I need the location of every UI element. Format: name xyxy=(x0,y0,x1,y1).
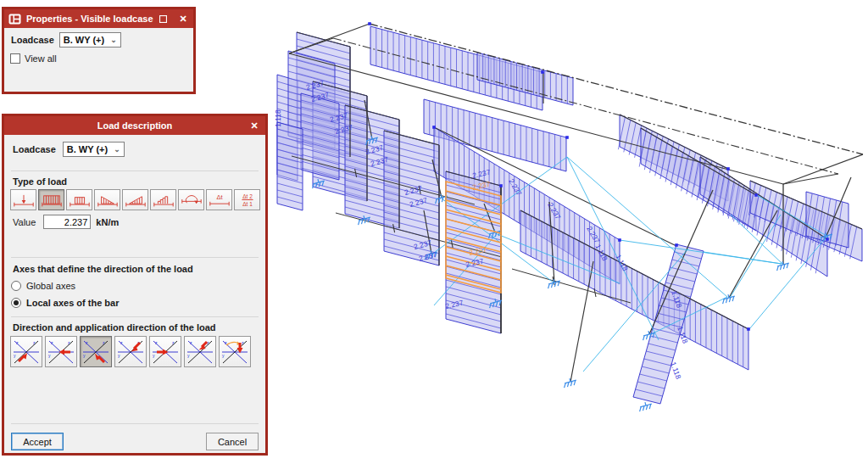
unit-label: kN/m xyxy=(96,217,119,227)
chevron-down-icon: ⌄ xyxy=(110,36,117,44)
delta-t2-t1-icon[interactable]: Δt 2 Δt 1 xyxy=(234,189,260,210)
delta-t-text: Δt xyxy=(216,194,223,202)
axes-section-label: Axes that define the direction of the lo… xyxy=(13,264,193,274)
load-window-titlebar[interactable]: Load description ✕ xyxy=(4,116,265,135)
loadcase-label: Loadcase xyxy=(13,144,56,154)
svg-text:z: z xyxy=(103,340,105,345)
close-icon[interactable]: ✕ xyxy=(243,116,265,135)
type-of-load-label: Type of load xyxy=(13,176,67,187)
loadcase-dropdown[interactable]: B. WY (+) ⌄ xyxy=(59,32,121,48)
svg-text:y: y xyxy=(187,353,190,358)
maximize-button[interactable] xyxy=(153,9,174,28)
point-load-icon[interactable] xyxy=(10,189,36,210)
triangular-load-right-icon[interactable] xyxy=(122,189,148,210)
value-input[interactable]: 2.237 xyxy=(43,215,91,229)
value-label: Value xyxy=(13,217,36,227)
separator xyxy=(11,257,259,258)
global-axes-radio[interactable] xyxy=(11,281,21,291)
svg-text:y: y xyxy=(48,353,51,358)
moment-load-icon[interactable] xyxy=(178,189,204,210)
loadcase-label: Loadcase xyxy=(11,35,54,45)
svg-text:y: y xyxy=(222,353,225,358)
direction-section-label: Direction and application direction of t… xyxy=(13,322,216,333)
triangular-load-left-icon[interactable] xyxy=(94,189,120,210)
axes-arrow-sw-steep-icon[interactable]: zzy xyxy=(184,336,216,367)
axes-arrow-e-icon[interactable]: zzy xyxy=(149,336,181,367)
svg-text:z: z xyxy=(68,340,70,345)
local-axes-label: Local axes of the bar xyxy=(26,298,119,308)
local-axes-radio[interactable] xyxy=(11,298,21,308)
partial-uniform-load-icon[interactable] xyxy=(66,189,92,210)
separator xyxy=(11,316,259,317)
svg-text:y: y xyxy=(14,353,16,358)
svg-text:y: y xyxy=(118,353,120,358)
axes-arrow-nw-icon[interactable]: zzy xyxy=(80,336,112,367)
load-value-label: 1.118 xyxy=(669,361,683,380)
direction-toolbar: zzy zzy zzy xyxy=(10,336,251,367)
axes-arrow-w-icon[interactable]: zzy xyxy=(45,336,77,367)
properties-visible-loadcase-window: Properties - Visible loadcase ✕ Loadcase… xyxy=(2,7,196,94)
load-value-label: 1.118 xyxy=(274,109,282,127)
axes-arrow-ne-icon[interactable]: zzy xyxy=(10,336,42,367)
delta-t-icon[interactable]: Δt xyxy=(206,189,232,210)
chevron-down-icon: ⌄ xyxy=(114,145,120,154)
cancel-button[interactable]: Cancel xyxy=(206,433,259,450)
global-axes-label: Global axes xyxy=(26,281,75,291)
svg-text:z: z xyxy=(242,340,244,345)
accept-button[interactable]: Accept xyxy=(11,433,64,450)
svg-text:y: y xyxy=(83,353,86,358)
load-type-toolbar: Δt Δt 2 Δt 1 xyxy=(10,189,260,210)
svg-text:z: z xyxy=(33,340,36,345)
svg-text:y: y xyxy=(153,353,155,358)
app-icon xyxy=(8,14,21,25)
properties-window-titlebar[interactable]: Properties - Visible loadcase ✕ xyxy=(4,9,193,28)
window-title: Load description xyxy=(97,120,173,131)
stepped-load-icon[interactable] xyxy=(150,189,176,210)
separator xyxy=(11,171,259,171)
close-icon[interactable]: ✕ xyxy=(173,9,193,28)
application-window: { "properties_window": { "title": "Prope… xyxy=(0,0,868,464)
load-description-window: Load description ✕ Loadcase B. WY (+) ⌄ … xyxy=(2,114,268,456)
svg-text:Δt 2: Δt 2 xyxy=(242,193,253,199)
view-all-checkbox[interactable] xyxy=(10,53,20,64)
axes-arrow-down-rotation-icon[interactable]: zzy xyxy=(219,336,251,367)
loadcase-dropdown[interactable]: B. WY (+) ⌄ xyxy=(63,142,125,157)
svg-text:z: z xyxy=(172,340,175,345)
uniform-load-icon[interactable] xyxy=(38,189,64,210)
separator xyxy=(11,423,259,424)
axes-arrow-sw-icon[interactable]: zzy xyxy=(114,336,147,367)
window-title: Properties - Visible loadcase xyxy=(26,14,153,24)
view-all-label: View all xyxy=(25,53,57,64)
svg-text:Δt 1: Δt 1 xyxy=(242,201,253,207)
